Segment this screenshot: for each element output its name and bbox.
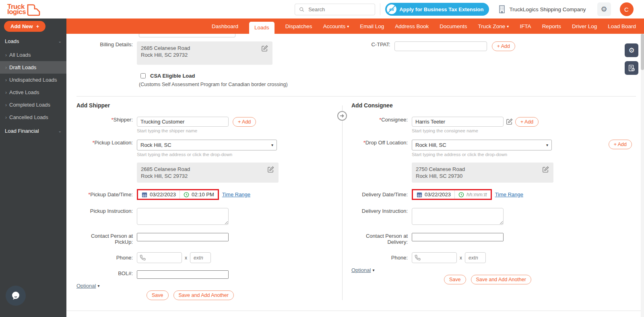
quick-settings-button[interactable]: ⚙: [625, 43, 638, 57]
sidebar-item-all-loads[interactable]: ›All Loads: [0, 49, 66, 61]
pickup-extn-input[interactable]: [190, 252, 211, 263]
search-box[interactable]: [295, 4, 375, 15]
nav-item-truck-zone[interactable]: Truck Zone▾: [478, 23, 509, 29]
shipper-label: *Shipper:: [76, 117, 137, 123]
document-history-button[interactable]: [625, 61, 638, 75]
pickup-contact-input[interactable]: [137, 233, 229, 241]
truck-icon: [27, 2, 41, 16]
caret-down-icon: ▾: [372, 268, 374, 272]
ctpat-input[interactable]: [394, 41, 487, 51]
delivery-time-placeholder: hh:mm:tt: [466, 191, 487, 198]
tax-extension-button[interactable]: ex Apply for Business Tax Extension: [385, 3, 489, 16]
edit-icon[interactable]: [261, 45, 268, 52]
forms-divider: [342, 105, 343, 300]
edit-icon[interactable]: [506, 118, 513, 126]
csa-checkbox[interactable]: [140, 73, 146, 78]
ctpat-add-button[interactable]: + Add: [492, 41, 515, 51]
delivery-contact-input[interactable]: [412, 233, 504, 241]
delivery-phone-input[interactable]: [421, 254, 451, 261]
calendar-icon: [417, 192, 422, 198]
scrollbar-thumb[interactable]: [641, 34, 644, 70]
consignee-save-add-button[interactable]: Save and Add Another: [471, 275, 531, 284]
sidebar-item-cancelled-loads[interactable]: ›Cancelled Loads: [0, 111, 66, 124]
nav-item-dashboard[interactable]: Dashboard: [212, 23, 238, 29]
nav-item-loads[interactable]: Loads: [249, 22, 275, 34]
nav-item-driver-log[interactable]: Driver Log: [572, 23, 597, 29]
billing-address-line2: Rock Hill, SC 29732: [141, 51, 268, 58]
shipper-save-add-button[interactable]: Save and Add Another: [173, 290, 234, 300]
billing-address-box: 2685 Celanese Road Rock Hill, SC 29732: [137, 41, 272, 65]
arrow-right-circle-icon: [337, 111, 347, 121]
bol-input[interactable]: [137, 270, 229, 279]
nav-item-load-board[interactable]: Load Board: [608, 23, 636, 29]
chevron-down-icon: ▾: [507, 24, 509, 29]
sidebar-section-load-financial[interactable]: Load Financial ⌄: [0, 124, 66, 138]
search-input[interactable]: [308, 6, 368, 13]
nav-item-reports[interactable]: Reports: [542, 23, 561, 29]
sidebar-item-undispatched-loads[interactable]: ›Undispatched Loads: [0, 74, 66, 86]
logo-line2: logics: [7, 9, 26, 14]
shipper-optional-toggle[interactable]: Optional ▾: [76, 283, 99, 289]
avatar[interactable]: C: [620, 2, 634, 16]
pickup-phone-field[interactable]: [137, 252, 182, 263]
delivery-instruction-label: Delivery Instruction:: [351, 208, 412, 214]
delivery-phone-label: Phone:: [351, 255, 412, 261]
sidebar-item-draft-loads[interactable]: ›Draft Loads: [0, 61, 66, 74]
pickup-location-select[interactable]: Rock Hill, SC ▾: [137, 140, 277, 150]
csa-label: CSA Eligible Load: [150, 73, 195, 79]
consignee-add-button[interactable]: + Add: [515, 117, 539, 127]
delivery-phone-field[interactable]: [412, 252, 457, 263]
chat-button[interactable]: [6, 286, 26, 306]
pickup-time-field[interactable]: 02:10 PM: [180, 190, 218, 199]
sidebar-section-loads[interactable]: Loads ⌄: [0, 34, 66, 49]
pickup-date-value: 03/22/2023: [150, 191, 176, 198]
company-selector[interactable]: TruckLogics Shipping Company: [498, 5, 586, 14]
settings-button[interactable]: ⚙: [597, 2, 611, 16]
nav-item-dispatches[interactable]: Dispatches: [285, 23, 312, 29]
add-consignee-title: Add Consignee: [351, 102, 636, 109]
delivery-time-field[interactable]: hh:mm:tt: [454, 190, 491, 199]
clipped-input-fragment[interactable]: [139, 34, 235, 37]
dropoff-location-select[interactable]: Rock Hill, SC ▾: [412, 140, 552, 150]
chat-bubble-icon: [10, 290, 21, 301]
chevron-down-icon: ⌄: [58, 39, 62, 43]
pickup-address-box: 2685 Celanese Road Rock Hill, SC 29732: [137, 163, 279, 183]
pickup-instruction-textarea[interactable]: [137, 208, 229, 225]
dropoff-add-button[interactable]: + Add: [609, 140, 632, 149]
add-new-button[interactable]: Add New +: [4, 21, 45, 32]
edit-icon[interactable]: [542, 166, 549, 173]
pickup-date-field[interactable]: 03/22/2023: [138, 190, 180, 199]
pickup-time-range-link[interactable]: Time Range: [222, 191, 250, 198]
extension-separator: x: [185, 255, 187, 261]
sidebar-item-completed-loads[interactable]: ›Completed Loads: [0, 99, 66, 111]
pickup-phone-input[interactable]: [146, 254, 176, 261]
clock-icon: [458, 192, 464, 198]
nav-item-documents[interactable]: Documents: [440, 23, 467, 29]
consignee-save-button[interactable]: Save: [444, 275, 466, 284]
caret-down-icon: ▾: [97, 284, 99, 288]
nav-item-ifta[interactable]: IFTA: [520, 23, 531, 29]
sidebar-item-active-loads[interactable]: ›Active Loads: [0, 86, 66, 99]
scrollbar-track[interactable]: [641, 34, 644, 317]
trucklogics-logo: Truck logics: [7, 2, 41, 16]
consignee-input[interactable]: [412, 117, 504, 127]
delivery-date-field[interactable]: 03/22/2023: [413, 190, 454, 199]
delivery-time-range-link[interactable]: Time Range: [495, 191, 523, 198]
delivery-extn-input[interactable]: [465, 252, 486, 263]
shipper-input[interactable]: [137, 117, 229, 127]
nav-item-email-log[interactable]: Email Log: [360, 23, 384, 29]
freight-details-section: Freight Details Description Weight Qty L…: [76, 311, 636, 317]
shipper-save-button[interactable]: Save: [147, 290, 169, 300]
delivery-instruction-textarea[interactable]: [412, 208, 504, 225]
dropoff-address-line1: 2750 Celanese Road: [416, 166, 549, 173]
nav-item-accounts[interactable]: Accounts▾: [323, 23, 349, 29]
nav-item-address-book[interactable]: Address Book: [395, 23, 429, 29]
shipper-helper: Start typing the shipper name: [137, 128, 342, 133]
search-icon: [299, 7, 304, 12]
phone-icon: [140, 255, 146, 261]
consignee-optional-toggle[interactable]: Optional ▾: [351, 267, 374, 273]
shipper-add-button[interactable]: + Add: [233, 117, 256, 127]
edit-icon[interactable]: [267, 166, 275, 173]
sidebar: Add New + Loads ⌄ ›All Loads ›Draft Load…: [0, 19, 66, 317]
section-divider: [76, 96, 636, 97]
